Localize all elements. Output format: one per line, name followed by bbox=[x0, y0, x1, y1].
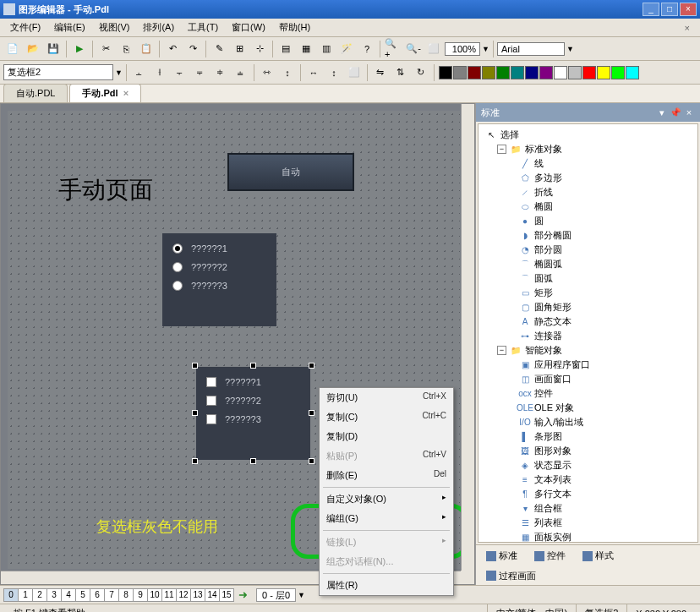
checkbox-icon[interactable] bbox=[206, 396, 216, 406]
lib-button[interactable]: ▤ bbox=[276, 40, 295, 58]
context-menu-item[interactable]: 属性(R) bbox=[320, 576, 453, 595]
layer-cell[interactable]: 13 bbox=[190, 588, 205, 602]
menu-edit[interactable]: 编辑(E) bbox=[47, 19, 92, 36]
radio-bullet-icon[interactable] bbox=[172, 281, 183, 291]
color-swatch[interactable] bbox=[539, 66, 553, 79]
prop-button[interactable]: ▦ bbox=[297, 40, 315, 58]
color-swatch[interactable] bbox=[554, 66, 567, 79]
align-center-v-button[interactable]: ⫩ bbox=[211, 63, 230, 82]
btab-standard[interactable]: 标准 bbox=[479, 548, 524, 564]
close-button[interactable]: × bbox=[680, 3, 697, 16]
tree-item[interactable]: −📁标准对象 bbox=[482, 142, 694, 156]
tab-manual-pdl[interactable]: 手动.Pdl× bbox=[69, 84, 141, 102]
auto-button-object[interactable]: 自动 bbox=[227, 153, 354, 191]
layer-cell[interactable]: 15 bbox=[219, 588, 234, 602]
tree-expand-icon[interactable]: − bbox=[497, 145, 506, 154]
btab-styles[interactable]: 样式 bbox=[576, 548, 621, 564]
layer-cell[interactable]: 7 bbox=[104, 588, 119, 602]
tree-item[interactable]: ◫画面窗口 bbox=[482, 372, 694, 386]
menu-file[interactable]: 文件(F) bbox=[3, 19, 47, 36]
tree-item[interactable]: ●圆 bbox=[482, 214, 694, 228]
menu-arrange[interactable]: 排列(A) bbox=[136, 19, 181, 36]
color-swatch[interactable] bbox=[453, 66, 467, 79]
layer-cell[interactable]: 1 bbox=[18, 588, 33, 602]
open-button[interactable]: 📂 bbox=[24, 40, 42, 58]
tree-item[interactable]: ▌条形图 bbox=[482, 429, 694, 444]
btab-controls[interactable]: 控件 bbox=[528, 548, 572, 564]
save-button[interactable]: 💾 bbox=[44, 40, 63, 58]
color-swatch[interactable] bbox=[597, 66, 610, 79]
layer-button[interactable]: ▥ bbox=[317, 40, 336, 58]
tree-item[interactable]: OLEOLE 对象 bbox=[482, 401, 694, 415]
radio-group-object[interactable]: ??????1 ??????2 ??????3 bbox=[162, 233, 276, 326]
tree-item[interactable]: ⌒圆弧 bbox=[482, 271, 694, 286]
layer-cell[interactable]: 5 bbox=[75, 588, 90, 602]
checkbox-icon[interactable] bbox=[206, 377, 216, 387]
radio-bullet-icon[interactable] bbox=[172, 243, 183, 254]
zoom-dropdown-icon[interactable]: ▼ bbox=[482, 45, 489, 53]
distribute-h-button[interactable]: ⇿ bbox=[258, 63, 276, 82]
context-menu-item[interactable]: 复制(D) bbox=[320, 427, 453, 446]
tree-item[interactable]: ocx控件 bbox=[482, 386, 694, 401]
tree-expand-icon[interactable]: − bbox=[497, 346, 506, 355]
run-button[interactable]: ▶ bbox=[70, 40, 89, 58]
font-dropdown-icon[interactable]: ▼ bbox=[566, 45, 574, 53]
tree-item[interactable]: A静态文本 bbox=[482, 314, 694, 329]
zoom-out-button[interactable]: 🔍- bbox=[404, 40, 423, 58]
flip-h-button[interactable]: ⇋ bbox=[371, 63, 390, 82]
tree-item[interactable]: ⌒椭圆弧 bbox=[482, 257, 694, 271]
font-select[interactable]: Arial bbox=[497, 42, 565, 56]
tree-item[interactable]: ↖选择 bbox=[482, 128, 694, 142]
context-menu-item[interactable]: 自定义对象(O) bbox=[320, 489, 453, 509]
tree-item[interactable]: ≡文本列表 bbox=[482, 473, 694, 487]
color-swatch[interactable] bbox=[496, 66, 510, 79]
align-top-button[interactable]: ⫧ bbox=[191, 63, 210, 82]
tree-item[interactable]: ╱线 bbox=[482, 156, 694, 171]
layer-cell[interactable]: 10 bbox=[147, 588, 162, 602]
tree-item[interactable]: ▣应用程序窗口 bbox=[482, 358, 694, 372]
tree-item[interactable]: ⟋折线 bbox=[482, 185, 694, 199]
color-swatch[interactable] bbox=[611, 66, 625, 79]
radio-bullet-icon[interactable] bbox=[172, 262, 183, 272]
tab-auto-pdl[interactable]: 自动.PDL bbox=[3, 84, 68, 102]
copy-button[interactable]: ⎘ bbox=[117, 40, 135, 58]
layer-cell[interactable]: 11 bbox=[161, 588, 177, 602]
rotate-button[interactable]: ↻ bbox=[412, 63, 430, 82]
paste-button[interactable]: 📋 bbox=[137, 40, 156, 58]
layer-cell[interactable]: 12 bbox=[176, 588, 191, 602]
color-swatch[interactable] bbox=[582, 66, 596, 79]
object-dropdown-icon[interactable]: ▼ bbox=[115, 68, 123, 77]
same-height-button[interactable]: ↕ bbox=[325, 63, 343, 82]
tree-item[interactable]: ◔部分圆 bbox=[482, 243, 694, 257]
snap-button[interactable]: ⊹ bbox=[250, 40, 269, 58]
tree-item[interactable]: −📁智能对象 bbox=[482, 343, 694, 358]
checkbox-icon[interactable] bbox=[206, 414, 216, 424]
layer-cell[interactable]: 9 bbox=[133, 588, 148, 602]
redo-button[interactable]: ↷ bbox=[183, 40, 202, 58]
tree-item[interactable]: 🖼图形对象 bbox=[482, 444, 694, 458]
align-center-h-button[interactable]: ⫲ bbox=[150, 63, 169, 82]
color-swatch[interactable] bbox=[626, 66, 639, 79]
align-bottom-button[interactable]: ⫨ bbox=[232, 63, 250, 82]
zoom-in-button[interactable]: 🔍+ bbox=[384, 40, 402, 58]
tree-item[interactable]: ⬭椭圆 bbox=[482, 199, 694, 214]
layer-cell[interactable]: 14 bbox=[205, 588, 220, 602]
layer-cell[interactable]: 3 bbox=[46, 588, 62, 602]
layer-dropdown-icon[interactable]: ▼ bbox=[298, 591, 305, 599]
layer-cell[interactable]: 8 bbox=[118, 588, 134, 602]
new-button[interactable]: 📄 bbox=[3, 40, 22, 58]
tree-item[interactable]: ▢圆角矩形 bbox=[482, 300, 694, 314]
layer-cell[interactable]: 4 bbox=[61, 588, 76, 602]
tree-item[interactable]: ☰列表框 bbox=[482, 516, 694, 530]
context-menu-item[interactable]: 编组(G) bbox=[320, 509, 453, 528]
wizard-button[interactable]: 🪄 bbox=[337, 40, 356, 58]
color-swatch[interactable] bbox=[568, 66, 582, 79]
color-swatch[interactable] bbox=[468, 66, 481, 79]
canvas[interactable]: 手动页面 自动 ??????1 ??????2 ??????3 ??????1 … bbox=[8, 111, 460, 569]
canvas-area[interactable]: 手动页面 自动 ??????1 ??????2 ??????3 ??????1 … bbox=[0, 103, 475, 585]
same-width-button[interactable]: ↔ bbox=[304, 63, 323, 82]
tab-close-icon[interactable]: × bbox=[123, 88, 129, 98]
object-tree[interactable]: ↖选择−📁标准对象╱线⬠多边形⟋折线⬭椭圆●圆◗部分椭圆◔部分圆⌒椭圆弧⌒圆弧▭… bbox=[478, 123, 698, 543]
layer-next-icon[interactable]: ➜ bbox=[233, 588, 253, 601]
same-size-button[interactable]: ⬜ bbox=[345, 63, 364, 82]
